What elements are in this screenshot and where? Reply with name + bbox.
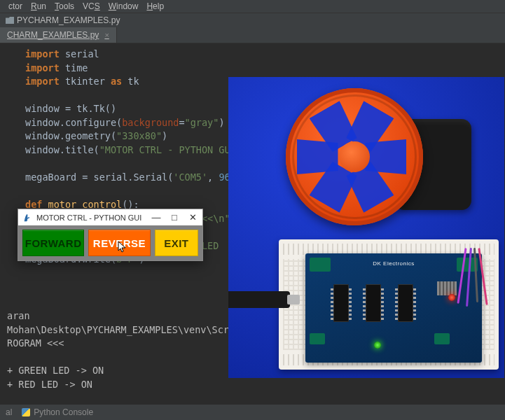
motor-wheel xyxy=(286,88,464,239)
folder-icon xyxy=(6,17,14,24)
maximize-button[interactable]: □ xyxy=(169,212,180,223)
output-program: ROGRAM <<< xyxy=(7,337,221,351)
hardware-photo: DK Electronics xyxy=(228,77,504,378)
menu-help[interactable]: Help xyxy=(144,1,167,11)
gui-titlebar[interactable]: MOTOR CTRL - PYTHON GUI — □ ✕ xyxy=(18,209,202,225)
breadcrumb-file[interactable]: PYCHARM_EXAMPLES.py xyxy=(17,15,120,25)
tk-icon xyxy=(22,213,32,223)
terminal-block xyxy=(310,333,325,344)
ic-chip xyxy=(333,284,349,322)
python-icon xyxy=(22,408,30,416)
run-output[interactable]: aran Mohan\Desktop\PYCHARM_EXAMPLES\venv… xyxy=(0,308,228,393)
ic-chip xyxy=(398,284,413,322)
close-button[interactable]: ✕ xyxy=(187,212,198,223)
tab-label: CHARM_EXAMPLES.py xyxy=(7,30,99,40)
reverse-button[interactable]: REVERSE xyxy=(88,230,150,256)
green-led xyxy=(374,342,381,349)
forward-button[interactable]: FORWARD xyxy=(22,230,84,256)
red-led xyxy=(448,294,455,301)
python-console-tab[interactable]: Python Console xyxy=(22,407,93,417)
breadcrumb: PYCHARM_EXAMPLES.py xyxy=(0,13,505,27)
editor-tabs: CHARM_EXAMPLES.py × xyxy=(0,27,505,43)
close-icon[interactable]: × xyxy=(104,31,109,39)
pcb-label: DK Electronics xyxy=(373,260,414,267)
menu-tools[interactable]: Tools xyxy=(52,1,77,11)
motor-shield-pcb: DK Electronics xyxy=(305,253,482,363)
bottom-toolbar: al Python Console xyxy=(0,405,505,420)
wheel xyxy=(286,88,423,225)
minimize-button[interactable]: — xyxy=(151,212,162,223)
terminal-tab[interactable]: al xyxy=(6,407,12,417)
output-line-2: + RED LED -> ON xyxy=(7,378,221,392)
terminal-block xyxy=(434,333,450,344)
menu-window[interactable]: Window xyxy=(106,1,141,11)
output-line-1: + GREEN LED -> ON xyxy=(7,364,221,378)
gui-window[interactable]: MOTOR CTRL - PYTHON GUI — □ ✕ FORWARD RE… xyxy=(18,209,203,261)
jumper-wires xyxy=(457,248,499,311)
ic-chip xyxy=(366,284,381,322)
component xyxy=(437,281,457,295)
menu-vcs[interactable]: VCS xyxy=(80,1,103,11)
output-path: aran Mohan\Desktop\PYCHARM_EXAMPLES\venv… xyxy=(7,309,221,337)
exit-button[interactable]: EXIT xyxy=(155,230,198,256)
menu-run[interactable]: Run xyxy=(28,1,49,11)
usb-cable xyxy=(228,291,290,308)
menu-ctor[interactable]: ctor xyxy=(6,1,25,11)
gui-body: FORWARD REVERSE EXIT xyxy=(18,225,202,260)
gui-title: MOTOR CTRL - PYTHON GUI xyxy=(36,214,141,222)
terminal-block xyxy=(310,258,331,272)
menubar: ctor Run Tools VCS Window Help xyxy=(0,0,505,13)
tab-file[interactable]: CHARM_EXAMPLES.py × xyxy=(0,27,117,43)
